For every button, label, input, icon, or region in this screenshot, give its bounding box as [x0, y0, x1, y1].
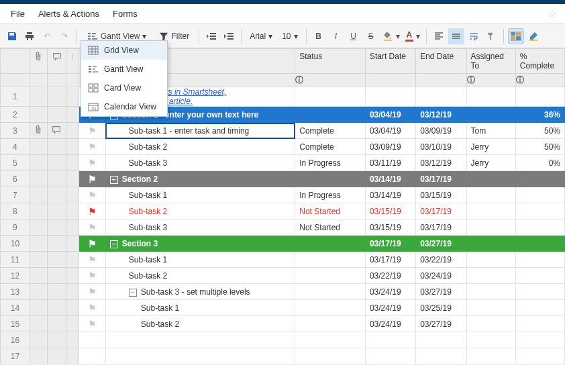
assigned-cell[interactable]	[466, 348, 515, 364]
flag-cell[interactable]: ⚑	[79, 284, 106, 300]
primary-cell[interactable]: −Section 2	[105, 171, 295, 187]
primary-cell[interactable]: Sub-task 2	[105, 203, 295, 219]
pct-cell[interactable]	[515, 316, 564, 332]
attach-cell[interactable]	[30, 139, 47, 155]
comment-cell[interactable]	[48, 219, 66, 236]
highlight-icon[interactable]	[525, 28, 542, 44]
collapse-icon[interactable]: −	[110, 176, 118, 184]
start-date-cell[interactable]: 03/09/19	[365, 139, 415, 155]
status-cell[interactable]	[295, 268, 366, 284]
row-number[interactable]: 13	[1, 284, 30, 300]
menu-alerts-actions[interactable]: Alerts & Actions	[32, 5, 106, 23]
menu-file[interactable]: File	[4, 5, 32, 23]
status-cell[interactable]	[295, 107, 366, 123]
pct-cell[interactable]	[515, 284, 564, 300]
favorite-star-icon[interactable]: ☆	[548, 7, 561, 20]
pct-cell[interactable]: 36%	[515, 107, 564, 123]
col-percent-complete[interactable]: % Complete	[515, 49, 564, 74]
save-icon[interactable]	[4, 28, 20, 44]
pct-cell[interactable]	[515, 187, 564, 203]
collapse-icon[interactable]: −	[110, 240, 118, 248]
info-cell[interactable]	[66, 332, 79, 348]
assigned-cell[interactable]: Tom	[466, 123, 515, 139]
info-cell[interactable]	[66, 87, 79, 107]
attach-cell[interactable]	[30, 155, 47, 171]
attach-cell[interactable]	[30, 107, 47, 123]
end-date-cell[interactable]: 03/09/19	[416, 123, 466, 139]
pct-cell[interactable]	[515, 252, 564, 268]
row-number[interactable]: 17	[1, 348, 30, 364]
status-cell[interactable]	[295, 316, 366, 332]
row-number[interactable]: 1	[1, 87, 30, 107]
end-date-cell[interactable]: 03/15/19	[416, 187, 466, 203]
info-cell[interactable]	[66, 219, 79, 236]
primary-cell[interactable]: Sub-task 1 - enter task and timing	[105, 123, 295, 139]
view-option-grid[interactable]: Grid View	[81, 41, 167, 60]
pct-cell[interactable]	[515, 87, 564, 107]
status-cell[interactable]	[295, 300, 366, 316]
start-date-cell[interactable]: 03/17/19	[365, 236, 415, 252]
flag-icon[interactable]: ⚑	[88, 303, 97, 313]
info-cell[interactable]	[66, 284, 79, 300]
end-date-cell[interactable]: 03/27/19	[416, 284, 466, 300]
flag-icon[interactable]: ⚑	[88, 158, 97, 168]
row-number[interactable]: 6	[1, 171, 30, 187]
flag-icon[interactable]: ⚑	[88, 142, 97, 152]
assigned-cell[interactable]	[466, 107, 515, 123]
status-cell[interactable]: In Progress	[295, 155, 366, 171]
row-number[interactable]: 8	[1, 203, 30, 219]
info-cell[interactable]	[66, 203, 79, 219]
attach-cell[interactable]	[30, 284, 47, 300]
end-date-cell[interactable]: 03/24/19	[416, 268, 466, 284]
pct-info-icon[interactable]: ⓘ	[515, 74, 564, 87]
flag-cell[interactable]: ⚑	[79, 219, 106, 236]
end-date-cell[interactable]: 03/10/19	[416, 139, 466, 155]
row-number[interactable]: 14	[1, 300, 30, 316]
assigned-cell[interactable]	[466, 203, 515, 219]
status-cell[interactable]	[295, 87, 366, 107]
flag-icon[interactable]: ⚑	[88, 238, 97, 249]
menu-forms[interactable]: Forms	[106, 5, 144, 23]
row-number[interactable]: 12	[1, 268, 30, 284]
col-start-date[interactable]: Start Date	[365, 49, 415, 74]
format-painter-icon[interactable]	[483, 28, 499, 44]
col-status[interactable]: Status	[295, 49, 366, 74]
attach-cell[interactable]	[30, 171, 47, 187]
start-date-cell[interactable]	[365, 87, 415, 107]
start-date-cell[interactable]: 03/11/19	[365, 155, 415, 171]
undo-icon[interactable]: ↶	[39, 28, 55, 44]
assigned-cell[interactable]	[466, 171, 515, 187]
view-option-calendar[interactable]: 31 Calendar View	[81, 97, 167, 116]
attach-cell[interactable]	[30, 348, 47, 364]
end-date-cell[interactable]: 03/27/19	[416, 316, 466, 332]
primary-cell[interactable]: Sub-task 2	[105, 268, 295, 284]
bold-icon[interactable]: B	[311, 28, 327, 44]
end-date-cell[interactable]: 03/25/19	[416, 300, 466, 316]
text-color-icon[interactable]: A▾	[403, 28, 423, 44]
primary-cell[interactable]: Sub-task 3	[105, 219, 295, 236]
status-cell[interactable]	[295, 284, 366, 300]
assigned-cell[interactable]	[466, 252, 515, 268]
flag-icon[interactable]: ⚑	[88, 271, 97, 281]
primary-cell[interactable]: Sub-task 3	[105, 155, 295, 171]
row-number[interactable]: 10	[1, 236, 30, 252]
comment-cell[interactable]	[48, 316, 66, 332]
pct-cell[interactable]: 50%	[515, 139, 564, 155]
pct-cell[interactable]: 50%	[515, 123, 564, 139]
flag-cell[interactable]: ⚑	[79, 139, 106, 155]
primary-cell[interactable]: Sub-task 2	[105, 316, 295, 332]
pct-cell[interactable]	[515, 236, 564, 252]
end-date-cell[interactable]: 03/17/19	[416, 171, 466, 187]
flag-cell[interactable]: ⚑	[79, 300, 106, 316]
attach-cell[interactable]	[30, 300, 47, 316]
start-date-cell[interactable]	[365, 348, 415, 364]
info-cell[interactable]	[66, 252, 79, 268]
start-date-cell[interactable]: 03/24/19	[365, 300, 415, 316]
start-date-cell[interactable]: 03/24/19	[365, 316, 415, 332]
start-date-cell[interactable]: 03/04/19	[365, 107, 415, 123]
assigned-cell[interactable]	[466, 284, 515, 300]
comment-cell[interactable]	[48, 123, 66, 139]
pct-cell[interactable]	[515, 219, 564, 236]
assigned-cell[interactable]: Jerry	[466, 139, 515, 155]
outdent-icon[interactable]	[203, 28, 219, 44]
